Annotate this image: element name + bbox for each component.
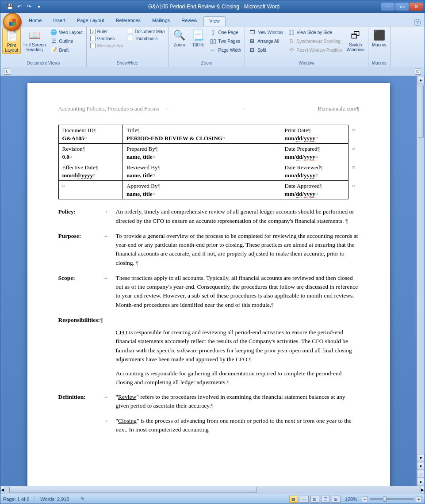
page-width-button[interactable]: ↔Page Width bbox=[209, 46, 242, 54]
tab-references[interactable]: References bbox=[111, 16, 146, 26]
checkbox-icon bbox=[90, 36, 96, 41]
scroll-right-button[interactable]: ▶ bbox=[421, 486, 425, 494]
view-print-layout-button[interactable]: ▦ bbox=[289, 496, 298, 503]
save-icon[interactable]: 💾 bbox=[6, 3, 14, 11]
tab-home[interactable]: Home bbox=[23, 16, 47, 26]
message-bar-checkbox[interactable]: Message Bar bbox=[89, 42, 124, 49]
ribbon-tabs: Home Insert Page Layout References Maili… bbox=[23, 16, 226, 26]
arrange-all-button[interactable]: ⊞Arrange All bbox=[248, 37, 284, 45]
document-scroll[interactable]: Accounting Policies, Procedures and Form… bbox=[0, 76, 417, 486]
ribbon-area: Home Insert Page Layout References Maili… bbox=[0, 13, 425, 67]
document-page[interactable]: Accounting Policies, Procedures and Form… bbox=[27, 83, 390, 486]
office-button[interactable] bbox=[3, 13, 22, 31]
app-window: 💾 ↶ ↷ ▾ G&A105 Period-End Review & Closi… bbox=[0, 0, 425, 504]
two-pages-icon: ▯▯ bbox=[210, 38, 217, 45]
browse-object-button[interactable]: ◦ bbox=[417, 470, 425, 478]
zoom-button[interactable]: 🔍 Zoom bbox=[171, 27, 188, 48]
zoom-slider[interactable] bbox=[370, 498, 414, 500]
arrange-all-icon: ⊞ bbox=[249, 38, 256, 45]
zoom-icon: 🔍 bbox=[172, 28, 187, 42]
view-draft-button[interactable]: ▥ bbox=[332, 496, 341, 503]
table-cell: ¤ bbox=[58, 181, 123, 199]
tab-page-layout[interactable]: Page Layout bbox=[72, 16, 110, 26]
hscroll-thumb[interactable] bbox=[9, 487, 257, 493]
tab-arrow-icon: → bbox=[103, 232, 116, 267]
view-web-layout-button[interactable]: ▤ bbox=[310, 496, 319, 503]
checkbox-icon bbox=[128, 36, 133, 41]
zoom-in-button[interactable]: + bbox=[416, 496, 422, 502]
print-layout-button[interactable]: 📄 PrintLayout bbox=[2, 27, 21, 54]
responsibilities-section: Responsibilities:¶ bbox=[58, 316, 359, 325]
tab-view[interactable]: View bbox=[203, 16, 226, 26]
scroll-left-button[interactable]: ◀ bbox=[0, 486, 4, 494]
draft-button[interactable]: 📝Draft bbox=[50, 46, 84, 54]
table-cell: Revision¶0.0¤ bbox=[58, 144, 123, 162]
gridlines-checkbox[interactable]: Gridlines bbox=[89, 35, 124, 42]
view-outline-button[interactable]: ☰ bbox=[321, 496, 330, 503]
definition-closing-text: "Closing" is the process of advancing fr… bbox=[116, 416, 359, 435]
sync-scroll-button[interactable]: ⇅Synchronous Scrolling bbox=[287, 37, 343, 45]
table-cell: Prepared By¶name, title¤ bbox=[123, 144, 281, 162]
group-show-hide: ✓Ruler Gridlines Message Bar Document Ma… bbox=[87, 27, 169, 67]
outline-button[interactable]: ☰Outline bbox=[50, 37, 84, 45]
web-layout-button[interactable]: 🌐Web Layout bbox=[50, 28, 84, 36]
checkbox-checked-icon: ✓ bbox=[90, 29, 96, 34]
zoom-level[interactable]: 120% bbox=[345, 496, 357, 502]
table-cell: Reviewed By¶name, title¤ bbox=[123, 162, 281, 181]
purpose-text: To provide a general overview of the pro… bbox=[116, 232, 359, 267]
zoom-out-button[interactable]: − bbox=[362, 496, 368, 502]
scroll-track[interactable] bbox=[417, 84, 425, 454]
split-icon: ⊟ bbox=[249, 46, 256, 53]
split-button[interactable]: ⊟Split bbox=[248, 46, 284, 54]
zoom-100-icon: 📃 bbox=[191, 28, 205, 42]
zoom-100-button[interactable]: 📃 100% bbox=[189, 27, 207, 48]
ruler-toggle-button[interactable]: ▢ bbox=[415, 69, 421, 75]
proofing-icon[interactable]: ✎ bbox=[80, 496, 84, 502]
statusbar: Page: 1 of 8 Words: 2,912 ✎ ▦ ▭ ▤ ☰ ▥ 12… bbox=[0, 494, 425, 504]
purpose-section: Purpose: → To provide a general overview… bbox=[58, 232, 359, 267]
minimize-button[interactable]: ─ bbox=[381, 3, 394, 11]
policy-text: An orderly, timely and comprehensive rev… bbox=[116, 207, 359, 225]
browse-next-button[interactable]: ● bbox=[417, 478, 425, 486]
scroll-up-button[interactable]: ▲ bbox=[417, 76, 425, 84]
reset-position-button[interactable]: ⟲Reset Window Position bbox=[287, 46, 343, 54]
tab-mailings[interactable]: Mailings bbox=[147, 16, 175, 26]
tab-insert[interactable]: Insert bbox=[48, 16, 71, 26]
close-button[interactable]: ✕ bbox=[410, 3, 423, 11]
horizontal-scrollbar[interactable]: ◀ ▶ bbox=[0, 486, 425, 494]
definition-review-section: Definition: → "Review" refers to the pro… bbox=[58, 393, 359, 411]
two-pages-button[interactable]: ▯▯Two Pages bbox=[209, 37, 242, 45]
tab-selector-button[interactable]: L bbox=[4, 69, 10, 75]
macros-button[interactable]: ⬛ Macros bbox=[370, 27, 388, 48]
vertical-scrollbar[interactable]: ▲ ▼ ● ◦ ● bbox=[417, 76, 425, 486]
checkbox-icon bbox=[90, 43, 96, 48]
status-page[interactable]: Page: 1 of 8 bbox=[3, 496, 29, 502]
side-by-side-button[interactable]: ▯▯View Side by Side bbox=[287, 28, 343, 36]
one-page-button[interactable]: ▯One Page bbox=[209, 28, 242, 36]
scroll-down-button[interactable]: ▼ bbox=[417, 454, 425, 462]
qat-customize-icon[interactable]: ▾ bbox=[35, 3, 43, 11]
scope-text: These practices apply to all accounts. T… bbox=[116, 274, 359, 309]
zoom-slider-thumb[interactable] bbox=[383, 496, 387, 502]
macros-icon: ⬛ bbox=[372, 28, 386, 42]
scroll-thumb[interactable] bbox=[418, 85, 424, 138]
window-controls: ─ ▭ ✕ bbox=[381, 3, 423, 11]
tab-review[interactable]: Review bbox=[176, 16, 203, 26]
full-screen-reading-button[interactable]: 📖 Full ScreenReading bbox=[22, 27, 48, 53]
help-icon[interactable]: ? bbox=[414, 19, 421, 26]
maximize-button[interactable]: ▭ bbox=[395, 3, 409, 11]
undo-icon[interactable]: ↶ bbox=[15, 3, 23, 11]
thumbnails-checkbox[interactable]: Thumbnails bbox=[127, 35, 166, 42]
redo-icon[interactable]: ↷ bbox=[25, 3, 33, 11]
table-cell: Effective Date¶mm/dd/yyyy¤ bbox=[58, 162, 123, 181]
browse-prev-button[interactable]: ● bbox=[417, 462, 425, 470]
status-words[interactable]: Words: 2,912 bbox=[40, 496, 69, 502]
web-layout-icon: 🌐 bbox=[50, 29, 57, 36]
group-window: 🗔New Window ⊞Arrange All ⊟Split ▯▯View S… bbox=[245, 27, 368, 67]
document-map-checkbox[interactable]: Document Map bbox=[127, 28, 166, 34]
row-end-mark: ¤ bbox=[348, 144, 359, 162]
new-window-button[interactable]: 🗔New Window bbox=[248, 28, 284, 36]
ruler-checkbox[interactable]: ✓Ruler bbox=[89, 28, 124, 34]
switch-windows-button[interactable]: 🗗 SwitchWindows bbox=[345, 27, 366, 53]
view-full-screen-button[interactable]: ▭ bbox=[300, 496, 309, 503]
